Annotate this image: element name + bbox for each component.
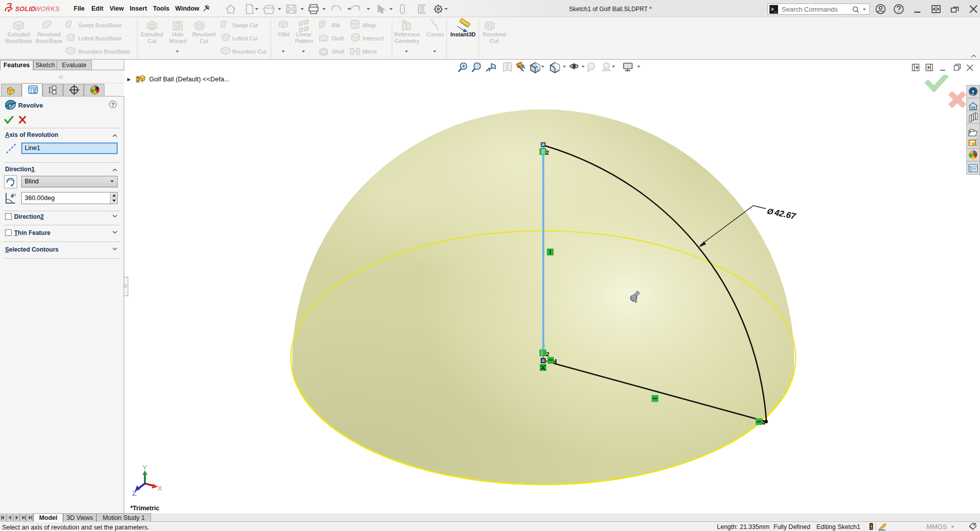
svg-text:4: 4: [554, 358, 557, 364]
svg-text:SOLID: SOLID: [15, 5, 35, 13]
svg-text:Y: Y: [142, 464, 147, 471]
svg-text:WORKS: WORKS: [34, 5, 60, 13]
svg-text:Ø42.67: Ø42.67: [766, 206, 797, 221]
svg-text:X: X: [158, 485, 162, 492]
svg-text:Z: Z: [132, 490, 136, 497]
svg-text:2: 2: [546, 351, 549, 357]
svg-text:3D: 3D: [971, 93, 974, 96]
svg-text:A: A: [521, 64, 525, 70]
svg-text:2: 2: [546, 150, 549, 156]
